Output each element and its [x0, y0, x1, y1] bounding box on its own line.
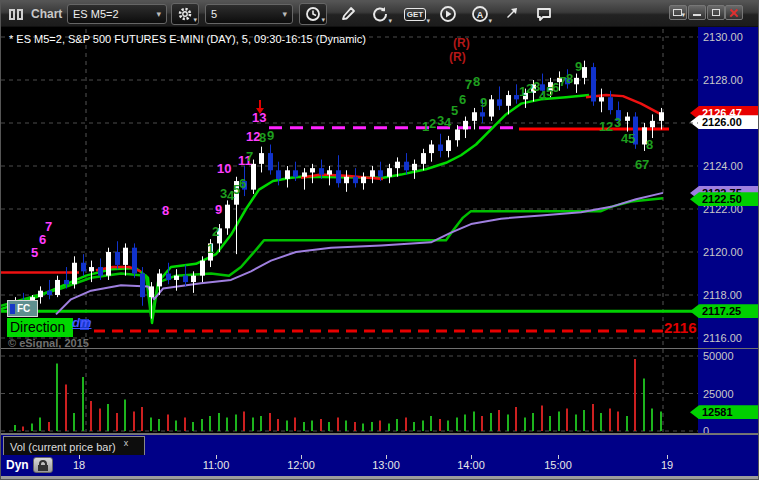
symbol-dropdown[interactable]: ES M5=2 ▾ [67, 4, 167, 24]
chevron-down-icon: ▾ [321, 16, 325, 24]
price-axis[interactable]: 2130.002128.002126.002124.002122.002120.… [698, 27, 759, 434]
play-button[interactable] [435, 3, 461, 25]
fc-label: FC [17, 303, 30, 314]
volume-axis-label: 25000 [703, 388, 734, 400]
time-axis-label: 12:00 [287, 459, 315, 471]
dock-window-button[interactable]: ▾ [669, 5, 687, 20]
indicator-tab-strip: Vol (current price bar) x [1, 434, 759, 455]
time-axis-label: 18 [73, 459, 85, 471]
symbol-value: ES M5=2 [73, 8, 119, 20]
symbol-settings-button[interactable]: ▾ [171, 3, 199, 25]
window-bottom-edge [1, 476, 759, 480]
link-arrows-icon [503, 5, 521, 23]
svg-text:A: A [477, 10, 484, 20]
time-axis-label: 11:00 [203, 459, 230, 471]
draw-tool-button[interactable] [335, 3, 361, 25]
maximize-icon [712, 9, 720, 16]
chart-window: Chart ES M5=2 ▾ ▾ 5 ▾ ▾ [0, 0, 759, 480]
price-axis-label: 2118.00 [703, 289, 742, 301]
refresh-button[interactable]: ▾ [367, 3, 393, 25]
auto-a-icon: A [471, 5, 489, 23]
price-badge: 2126.00 [690, 115, 758, 129]
play-icon [439, 5, 457, 23]
clock-icon [305, 6, 321, 22]
get-data-button[interactable]: GET ▾ [399, 3, 431, 25]
price-axis-label: 2128.00 [703, 74, 743, 86]
window-title: Chart [31, 7, 62, 21]
window-icon [9, 9, 25, 20]
lock-icon [38, 465, 48, 471]
tab-close-icon[interactable]: x [124, 438, 129, 448]
auto-trade-button[interactable]: A ▾ [467, 3, 493, 25]
esignal-watermark: © eSignal, 2015 [8, 337, 89, 349]
time-axis-label: 13:00 [372, 459, 400, 471]
fc-indicator-box[interactable]: FC [7, 300, 38, 317]
time-axis-label: 15:00 [544, 459, 572, 471]
chart-symbol-title: * ES M5=2, S&P 500 FUTURES E-MINI (DAY),… [9, 33, 366, 45]
support-level-label: 2116 [664, 319, 697, 336]
chevron-down-icon: ▾ [150, 9, 161, 19]
time-lock-button[interactable] [33, 457, 53, 473]
price-axis-label: 2116.00 [703, 332, 742, 344]
time-axis[interactable]: Dyn 1811:0012:0013:0014:0015:0019 [1, 455, 759, 476]
dock-arrow-icon: ▾ [681, 11, 685, 18]
notes-button[interactable] [531, 3, 557, 25]
minimize-button[interactable] [688, 5, 706, 20]
chevron-down-icon: ▾ [193, 16, 197, 24]
price-axis-label: 2130.00 [703, 31, 743, 43]
interval-value: 5 [211, 8, 217, 20]
close-button[interactable] [725, 5, 743, 20]
gear-icon [177, 6, 193, 22]
time-axis-label: 14:00 [457, 459, 485, 471]
price-badge: 2122.50 [690, 192, 758, 206]
refresh-icon [371, 5, 389, 23]
tab-volume[interactable]: Vol (current price bar) x [3, 436, 145, 456]
price-axis-label: 2124.00 [703, 160, 743, 172]
dm-label[interactable]: dm [72, 315, 92, 330]
volume-axis-label: 50000 [703, 350, 734, 362]
minimize-icon [693, 14, 701, 16]
link-button[interactable] [499, 3, 525, 25]
time-axis-label: 19 [661, 459, 673, 471]
price-badge: 2117.25 [690, 304, 758, 318]
pencil-icon [339, 5, 357, 23]
note-bubble-icon [535, 5, 553, 23]
get-icon: GET [404, 8, 426, 21]
chevron-down-icon: ▾ [388, 17, 392, 25]
chevron-down-icon: ▾ [426, 17, 430, 25]
tab-label: Vol (current price bar) [10, 441, 116, 453]
chevron-down-icon: ▾ [488, 17, 492, 25]
interval-dropdown[interactable]: 5 ▾ [205, 4, 293, 24]
direction-label: Direction [7, 318, 73, 337]
price-axis-label: 2120.00 [703, 246, 743, 258]
maximize-button[interactable] [707, 5, 725, 20]
dyn-mode-label[interactable]: Dyn [6, 458, 29, 472]
chevron-down-icon: ▾ [276, 9, 287, 19]
volume-badge: 12581 [690, 405, 758, 419]
time-template-button[interactable]: ▾ [299, 3, 327, 25]
chart-area[interactable] [1, 27, 698, 434]
position-marker-icon [10, 304, 15, 314]
title-bar: Chart ES M5=2 ▾ ▾ 5 ▾ ▾ [1, 1, 759, 27]
